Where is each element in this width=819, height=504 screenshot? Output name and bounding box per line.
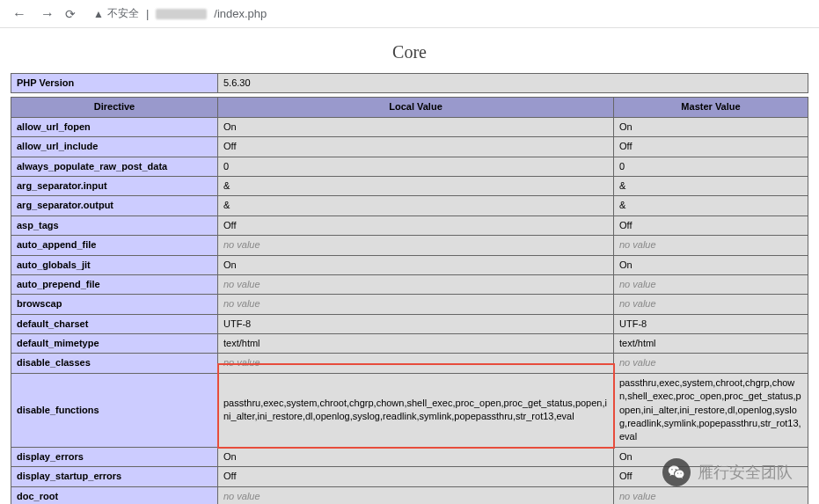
local-value: no value xyxy=(218,295,614,314)
directives-table: Directive Local Value Master Value allow… xyxy=(11,97,808,504)
security-label: 不安全 xyxy=(107,6,139,21)
table-row: auto_globals_jitOnOn xyxy=(11,255,808,274)
table-row: doc_rootno valueno value xyxy=(11,486,808,504)
table-row: allow_url_fopenOnOn xyxy=(11,117,808,136)
directive-name: display_errors xyxy=(11,447,218,466)
security-indicator[interactable]: ▲ 不安全 xyxy=(93,6,139,21)
directive-name: asp_tags xyxy=(11,215,218,235)
table-row: arg_separator.output&& xyxy=(11,196,808,215)
directive-name: default_charset xyxy=(11,314,218,333)
header-directive: Directive xyxy=(11,98,218,117)
table-row: disable_functionspassthru,exec,system,ch… xyxy=(11,373,808,447)
table-row: default_mimetypetext/htmltext/html xyxy=(11,334,808,354)
local-value: On xyxy=(218,447,614,466)
header-master-value: Master Value xyxy=(614,98,808,117)
php-version-value: 5.6.30 xyxy=(218,74,808,93)
watermark: 雁行安全团队 xyxy=(662,458,793,486)
directive-name: allow_url_fopen xyxy=(11,117,218,136)
directive-name: auto_prepend_file xyxy=(11,274,218,294)
url-host-blurred: xxxx xyxy=(156,9,207,19)
local-value: & xyxy=(218,196,614,215)
watermark-text: 雁行安全团队 xyxy=(698,462,793,483)
master-value: no value xyxy=(614,486,808,504)
master-value: no value xyxy=(614,295,808,314)
master-value: UTF-8 xyxy=(614,314,808,333)
directive-name: auto_append_file xyxy=(11,236,218,255)
local-value: no value xyxy=(218,486,614,504)
content-area: PHP Version 5.6.30 Directive Local Value… xyxy=(0,73,819,504)
local-value: text/html xyxy=(218,334,614,354)
directive-name: arg_separator.input xyxy=(11,176,218,195)
master-value: 0 xyxy=(614,157,808,176)
master-value: no value xyxy=(614,236,808,255)
directive-name: browscap xyxy=(11,295,218,314)
header-local-value: Local Value xyxy=(218,98,614,117)
directive-name: disable_classes xyxy=(11,354,218,373)
local-value: no value xyxy=(218,236,614,255)
master-value: On xyxy=(614,255,808,274)
directive-name: default_mimetype xyxy=(11,334,218,354)
directive-name: arg_separator.output xyxy=(11,196,218,215)
php-version-table: PHP Version 5.6.30 xyxy=(11,73,808,93)
master-value: Off xyxy=(614,137,808,157)
directive-name: allow_url_include xyxy=(11,137,218,157)
table-row: auto_prepend_fileno valueno value xyxy=(11,274,808,294)
master-value: Off xyxy=(614,215,808,235)
table-row: PHP Version 5.6.30 xyxy=(11,74,808,93)
directive-name: doc_root xyxy=(11,486,218,504)
url-separator: | xyxy=(146,7,149,20)
wechat-icon xyxy=(662,458,691,486)
directive-name: disable_functions xyxy=(11,373,218,447)
table-row: allow_url_includeOffOff xyxy=(11,137,808,157)
local-value: no value xyxy=(218,274,614,294)
local-value: no value xyxy=(218,354,614,373)
local-value: Off xyxy=(218,137,614,157)
reload-button[interactable]: ⟳ xyxy=(65,7,76,21)
master-value: & xyxy=(614,196,808,215)
php-version-label: PHP Version xyxy=(11,74,218,93)
warning-icon: ▲ xyxy=(93,8,104,20)
table-row: always_populate_raw_post_data00 xyxy=(11,157,808,176)
local-value: Off xyxy=(218,467,614,486)
master-value: no value xyxy=(614,274,808,294)
back-button[interactable]: ← xyxy=(9,6,30,22)
local-value: 0 xyxy=(218,157,614,176)
table-row: asp_tagsOffOff xyxy=(11,215,808,235)
directive-name: auto_globals_jit xyxy=(11,255,218,274)
master-value: On xyxy=(614,117,808,136)
url-path: /index.php xyxy=(214,7,267,20)
local-value: Off xyxy=(218,215,614,235)
local-value: passthru,exec,system,chroot,chgrp,chown,… xyxy=(218,373,614,447)
browser-toolbar: ← → ⟳ ▲ 不安全 | xxxx /index.php xyxy=(0,0,819,28)
master-value: passthru,exec,system,chroot,chgrp,chown,… xyxy=(614,373,808,447)
forward-button[interactable]: → xyxy=(37,6,58,22)
master-value: & xyxy=(614,176,808,195)
local-value: UTF-8 xyxy=(218,314,614,333)
page-title: Core xyxy=(0,28,819,73)
master-value: no value xyxy=(614,354,808,373)
directive-name: display_startup_errors xyxy=(11,467,218,486)
local-value: On xyxy=(218,117,614,136)
local-value: & xyxy=(218,176,614,195)
local-value: On xyxy=(218,255,614,274)
table-row: default_charsetUTF-8UTF-8 xyxy=(11,314,808,333)
table-row: disable_classesno valueno value xyxy=(11,354,808,373)
table-row: auto_append_fileno valueno value xyxy=(11,236,808,255)
table-header-row: Directive Local Value Master Value xyxy=(11,98,808,117)
master-value: text/html xyxy=(614,334,808,354)
table-row: browscapno valueno value xyxy=(11,295,808,314)
directive-name: always_populate_raw_post_data xyxy=(11,157,218,176)
table-row: arg_separator.input&& xyxy=(11,176,808,195)
